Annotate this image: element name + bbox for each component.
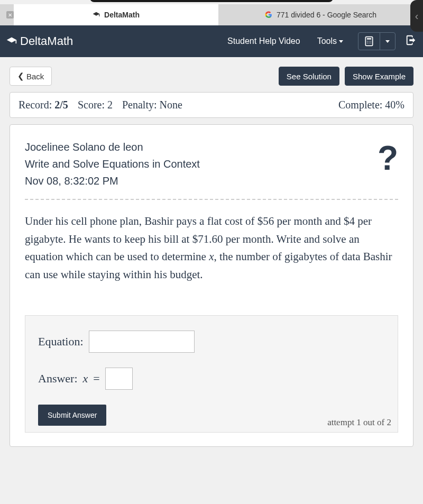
answer-variable: x <box>83 372 88 386</box>
header-info: Jocelinee Solano de leon Write and Solve… <box>25 139 200 189</box>
svg-point-5 <box>367 43 368 44</box>
calculator-dropdown[interactable] <box>380 33 395 50</box>
equation-row: Equation: <box>38 331 385 353</box>
timestamp: Nov 08, 8:32:02 PM <box>25 172 200 189</box>
problem-card: Jocelinee Solano de leon Write and Solve… <box>10 124 413 447</box>
equation-label: Equation: <box>38 335 84 349</box>
complete: Complete: 40% <box>338 99 404 111</box>
logout-icon <box>405 34 417 46</box>
card-header: Jocelinee Solano de leon Write and Solve… <box>25 139 398 200</box>
problem-text: Under his cell phone plan, Bashir pays a… <box>25 213 398 283</box>
browser-tabs: ✕ DeltaMath 771 divided 6 - Google Searc… <box>0 4 423 25</box>
tools-label: Tools <box>317 36 337 46</box>
topic-name: Write and Solve Equations in Context <box>25 155 200 172</box>
status-bar: Record: 2/5 Score: 2 Penalty: None Compl… <box>10 92 413 118</box>
svg-point-4 <box>371 41 372 42</box>
url-bar <box>90 0 333 2</box>
penalty: Penalty: None <box>122 99 182 111</box>
side-panel-toggle[interactable]: ‹ <box>410 0 423 32</box>
answer-input[interactable] <box>105 368 133 390</box>
svg-rect-1 <box>367 38 371 40</box>
tab-deltamath[interactable]: DeltaMath <box>14 4 218 25</box>
main-content: ❮ Back See Solution Show Example Record:… <box>0 57 423 456</box>
calculator-icon <box>364 36 374 47</box>
submit-answer-button[interactable]: Submit Answer <box>38 405 106 426</box>
back-label: Back <box>26 72 44 81</box>
google-icon <box>265 11 272 19</box>
svg-point-6 <box>369 43 370 44</box>
answer-row: Answer: x = <box>38 368 385 390</box>
svg-point-3 <box>369 41 370 42</box>
equals-sign: = <box>93 372 99 386</box>
close-tab-icon[interactable]: ✕ <box>6 11 14 19</box>
calculator-button-group <box>358 32 396 50</box>
brand-text: DeltaMath <box>20 34 73 48</box>
answer-label: Answer: <box>38 372 78 386</box>
attempt-counter: attempt 1 out of 2 <box>327 417 391 428</box>
see-solution-button[interactable]: See Solution <box>279 67 339 86</box>
student-help-video-link[interactable]: Student Help Video <box>219 36 309 46</box>
calculator-button[interactable] <box>358 33 380 50</box>
help-icon[interactable]: ? <box>378 139 398 178</box>
chevron-down-icon <box>385 40 390 43</box>
score: Score: 2 <box>78 99 113 111</box>
student-name: Jocelinee Solano de leon <box>25 139 200 155</box>
answer-area: Equation: Answer: x = Submit Answer atte… <box>25 315 398 433</box>
graduation-cap-icon <box>6 36 17 47</box>
show-example-button[interactable]: Show Example <box>345 67 413 86</box>
app-navbar: DeltaMath Student Help Video Tools <box>0 25 423 57</box>
chevron-down-icon <box>339 40 343 43</box>
tab-google-search[interactable]: 771 divided 6 - Google Search <box>218 4 423 25</box>
tab-label: DeltaMath <box>104 11 140 19</box>
chevron-left-icon: ❮ <box>17 71 24 81</box>
graduation-cap-icon <box>93 11 100 19</box>
svg-point-7 <box>371 43 372 44</box>
tools-dropdown[interactable]: Tools <box>309 36 352 46</box>
tab-label: 771 divided 6 - Google Search <box>277 11 376 19</box>
logout-button[interactable] <box>405 34 417 48</box>
action-buttons-row: ❮ Back See Solution Show Example <box>10 67 413 86</box>
svg-point-2 <box>367 41 368 42</box>
browser-chrome-top <box>0 0 423 4</box>
back-button[interactable]: ❮ Back <box>10 67 52 86</box>
brand[interactable]: DeltaMath <box>6 34 219 48</box>
record: Record: 2/5 <box>19 99 68 111</box>
equation-input[interactable] <box>89 331 195 353</box>
